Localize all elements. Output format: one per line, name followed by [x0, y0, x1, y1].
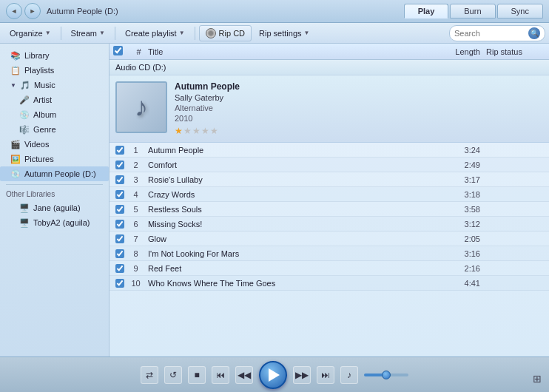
prev-button[interactable]: ⏮: [212, 366, 229, 384]
playlists-icon: 📋: [10, 65, 21, 75]
stop-icon: ■: [194, 370, 199, 380]
track-title-8: I'm Not Looking For Mars: [145, 249, 445, 258]
sidebar: 📚 Library 📋 Playlists ▼ 🎵 Music 🎤 Artist…: [0, 44, 110, 356]
next-track-button[interactable]: ▶▶: [293, 366, 311, 384]
table-row: 9 Red Feet 2:16: [110, 261, 549, 276]
create-playlist-menu[interactable]: Create playlist ▼: [119, 27, 191, 40]
track-check-input-1[interactable]: [115, 146, 124, 155]
sidebar-item-pictures[interactable]: 🖼️ Pictures: [0, 152, 109, 166]
grid-view-button[interactable]: ⊞: [533, 373, 542, 385]
window-controls: ◄ ►: [6, 3, 41, 19]
select-all-checkbox[interactable]: [113, 46, 123, 55]
prev-track-icon: ◀◀: [238, 370, 251, 380]
table-row: 8 I'm Not Looking For Mars 3:16: [110, 246, 549, 261]
track-length-4: 3:18: [445, 190, 486, 199]
tab-play[interactable]: Play: [404, 4, 449, 18]
track-title-2: Comfort: [145, 160, 445, 169]
track-check-input-6[interactable]: [115, 220, 124, 229]
star-rating[interactable]: ★ ★ ★ ★ ★: [175, 126, 240, 136]
tab-sync[interactable]: Sync: [497, 4, 543, 18]
sidebar-item-playlists[interactable]: 📋 Playlists: [0, 63, 109, 78]
volume-slider[interactable]: [364, 374, 408, 376]
track-checkbox-1[interactable]: [113, 146, 127, 155]
track-title-4: Crazy Words: [145, 190, 445, 199]
menubar: Organize ▼ Stream ▼ Create playlist ▼ Ri…: [0, 23, 549, 44]
search-button[interactable]: 🔍: [528, 27, 540, 39]
play-button[interactable]: [259, 361, 287, 389]
album-meta: Autumn People Sally Gaterby Alternative …: [175, 81, 240, 136]
album-year: 2010: [175, 114, 240, 123]
sidebar-item-autumn-people[interactable]: 💿 Autumn People (D:): [0, 166, 109, 181]
sidebar-item-jane[interactable]: 🖥️ Jane (aguila): [0, 200, 109, 215]
track-check-input-8[interactable]: [115, 249, 124, 258]
shuffle-button[interactable]: ⇄: [141, 366, 158, 384]
forward-button[interactable]: ►: [24, 3, 41, 19]
track-checkbox-5[interactable]: [113, 205, 127, 214]
track-check-input-4[interactable]: [115, 190, 124, 199]
track-checkbox-3[interactable]: [113, 175, 127, 184]
cd-header-label: Audio CD (D:): [110, 60, 549, 75]
star-3: ★: [192, 126, 201, 136]
table-row: 10 Who Knows Where The Time Goes 4:41: [110, 276, 549, 291]
star-4: ★: [201, 126, 209, 136]
track-checkbox-10[interactable]: [113, 279, 127, 288]
track-num-3: 3: [127, 175, 145, 184]
stream-arrow: ▼: [99, 30, 105, 36]
track-checkbox-2[interactable]: [113, 160, 127, 169]
tab-burn[interactable]: Burn: [450, 4, 495, 18]
track-num-10: 10: [127, 279, 145, 288]
col-header-length: Length: [445, 47, 486, 56]
volume-icon: ♪: [347, 370, 351, 380]
rip-settings-menu[interactable]: Rip settings ▼: [253, 27, 315, 40]
track-num-4: 4: [127, 190, 145, 199]
prev-track-button[interactable]: ◀◀: [235, 366, 253, 384]
sidebar-item-library[interactable]: 📚 Library: [0, 48, 109, 63]
autumn-cd-icon: 💿: [10, 169, 21, 179]
track-checkbox-8[interactable]: [113, 249, 127, 258]
track-checkbox-9[interactable]: [113, 264, 127, 273]
pictures-icon: 🖼️: [10, 154, 21, 164]
rip-cd-button[interactable]: Rip CD: [199, 25, 252, 41]
table-row: 7 Glow 2:05: [110, 232, 549, 246]
shuffle-icon: ⇄: [146, 370, 153, 380]
track-check-input-10[interactable]: [115, 279, 124, 288]
sidebar-item-toby[interactable]: 🖥️ TobyA2 (aguila): [0, 215, 109, 230]
sidebar-item-music[interactable]: ▼ 🎵 Music: [0, 78, 109, 92]
track-checkbox-4[interactable]: [113, 190, 127, 199]
repeat-button[interactable]: ↺: [164, 366, 182, 384]
track-check-input-7[interactable]: [115, 234, 124, 243]
organize-arrow: ▼: [45, 30, 51, 36]
search-input[interactable]: [454, 29, 528, 38]
track-length-10: 4:41: [445, 279, 486, 288]
track-check-input-2[interactable]: [115, 160, 124, 169]
track-num-5: 5: [127, 205, 145, 214]
music-note-icon: ♪: [135, 92, 148, 123]
track-length-6: 3:12: [445, 220, 486, 229]
stop-button[interactable]: ■: [188, 366, 206, 384]
organize-menu[interactable]: Organize ▼: [4, 27, 57, 40]
next-button[interactable]: ⏭: [317, 366, 334, 384]
track-length-3: 3:17: [445, 175, 486, 184]
sidebar-item-artist[interactable]: 🎤 Artist: [0, 92, 109, 107]
back-button[interactable]: ◄: [6, 3, 22, 19]
window-title: Autumn People (D:): [47, 7, 404, 16]
star-5: ★: [210, 126, 218, 136]
track-num-1: 1: [127, 146, 145, 155]
col-header-title[interactable]: Title: [148, 47, 445, 56]
separator-1: [61, 27, 61, 40]
sidebar-item-videos[interactable]: 🎬 Videos: [0, 137, 109, 152]
sidebar-item-genre[interactable]: 🎼 Genre: [0, 122, 109, 137]
track-checkbox-7[interactable]: [113, 234, 127, 243]
sidebar-item-album[interactable]: 💿 Album: [0, 107, 109, 122]
table-row: 2 Comfort 2:49: [110, 158, 549, 172]
col-header-rip: Rip status: [486, 47, 545, 56]
stream-menu[interactable]: Stream ▼: [65, 27, 111, 40]
track-checkbox-6[interactable]: [113, 220, 127, 229]
track-check-input-5[interactable]: [115, 205, 124, 214]
volume-button[interactable]: ♪: [340, 366, 358, 384]
track-check-input-3[interactable]: [115, 175, 124, 184]
playlist-arrow: ▼: [179, 30, 185, 36]
main-layout: 📚 Library 📋 Playlists ▼ 🎵 Music 🎤 Artist…: [0, 44, 549, 356]
star-2: ★: [183, 126, 192, 136]
track-check-input-9[interactable]: [115, 264, 124, 273]
